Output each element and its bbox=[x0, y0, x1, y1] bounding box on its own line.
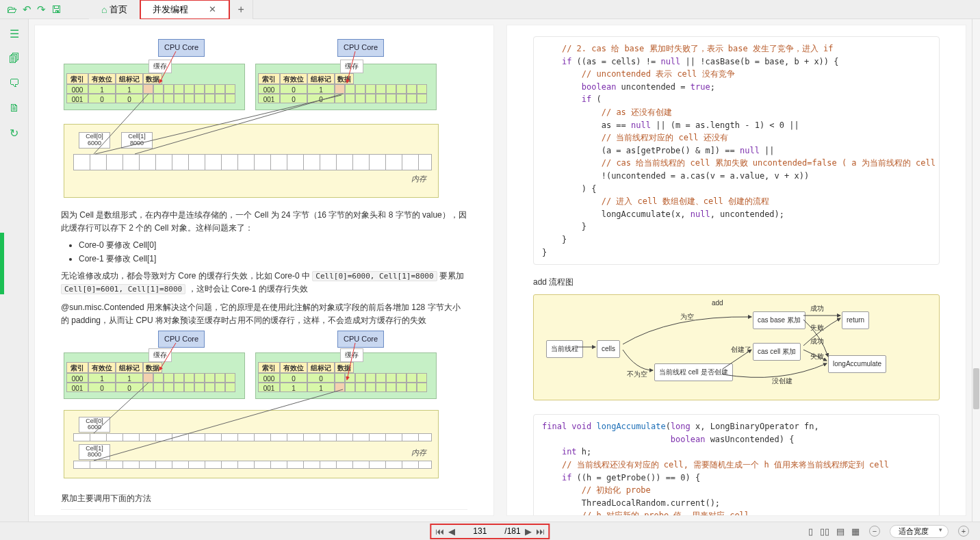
bullet-2: Core-1 要修改 Cell[1] bbox=[79, 253, 467, 266]
zoom-out-icon[interactable]: − bbox=[869, 526, 880, 537]
para1: 因为 Cell 是数组形式，在内存中是连续存储的，一个 Cell 为 24 字节… bbox=[61, 209, 467, 235]
bullet-1: Core-0 要修改 Cell[0] bbox=[79, 239, 467, 252]
cpu1-box: CPU Core bbox=[337, 39, 384, 57]
save-icon[interactable]: 🖫 bbox=[51, 3, 62, 16]
redo-icon[interactable]: ↷ bbox=[37, 3, 46, 16]
home-icon: ⌂ bbox=[101, 4, 107, 15]
para2: 无论谁修改成功，都会导致对方 Core 的缓存行失效，比如 Core-0 中 C… bbox=[61, 270, 467, 296]
statusbar: ⏮ ◀ /181 ▶ ⏭ ▯ ▯▯ ▤ ▦ − 适合宽度 + bbox=[0, 522, 980, 540]
cache0-label: 缓存 bbox=[149, 60, 172, 73]
cache-diagram-1: CPU Core 缓存 索引 有效位 组标记 数据 000 1 1 001 bbox=[61, 36, 467, 201]
zoom-in-icon[interactable]: + bbox=[958, 526, 969, 537]
flowtitle: add 流程图 bbox=[533, 276, 940, 289]
flow-diagram: add 当前线程 cells cas base 累加 return cas ce… bbox=[533, 294, 940, 400]
view-cont-icon[interactable]: ▤ bbox=[836, 526, 844, 537]
toc-icon[interactable]: ☰ bbox=[10, 27, 19, 40]
open-icon[interactable]: 🗁 bbox=[7, 3, 17, 16]
toolbar-quick-icons: 🗁 ↶ ↷ 🖫 bbox=[0, 3, 89, 16]
bullet-list: Core-0 要修改 Cell[0] Core-1 要修改 Cell[1] bbox=[79, 239, 467, 265]
copy-icon[interactable]: 🗐 bbox=[9, 53, 20, 65]
page-left: CPU Core 缓存 索引 有效位 组标记 数据 000 1 1 001 bbox=[34, 25, 494, 516]
tab-active[interactable]: 并发编程 ✕ bbox=[140, 0, 229, 19]
close-icon[interactable]: ✕ bbox=[209, 4, 216, 14]
view-single-icon[interactable]: ▯ bbox=[808, 526, 813, 537]
view-facing-icon[interactable]: ▯▯ bbox=[820, 526, 829, 537]
next-page-icon[interactable]: ▶ bbox=[525, 526, 532, 537]
tab-active-label: 并发编程 bbox=[153, 3, 188, 16]
para4: 累加主要调用下面的方法 bbox=[61, 492, 467, 505]
pager: ⏮ ◀ /181 ▶ ⏭ bbox=[431, 525, 548, 538]
code-block-1: // 2. cas 给 base 累加时失败了，表示 base 发生了竞争，进入… bbox=[533, 36, 940, 265]
tab-home-label: 首页 bbox=[109, 3, 127, 16]
prev-page-icon[interactable]: ◀ bbox=[448, 526, 455, 537]
page-total: /181 bbox=[504, 526, 520, 536]
page-right: // 2. cas 给 base 累加时失败了，表示 base 发生了竞争，进入… bbox=[506, 25, 966, 516]
scrollbar-vertical[interactable] bbox=[972, 19, 980, 522]
sidebar-active-marker bbox=[0, 233, 4, 294]
tab-add[interactable]: + bbox=[229, 0, 253, 19]
tab-home[interactable]: ⌂ 首页 bbox=[89, 0, 140, 19]
cpu0-box: CPU Core bbox=[158, 39, 205, 57]
view-mode-icons: ▯ ▯▯ ▤ ▦ bbox=[808, 526, 860, 537]
undo-icon[interactable]: ↶ bbox=[23, 3, 31, 16]
first-page-icon[interactable]: ⏮ bbox=[435, 526, 444, 537]
para3: @sun.misc.Contended 用来解决这个问题，它的原理是在使用此注解… bbox=[61, 301, 467, 327]
refresh-icon[interactable]: ↻ bbox=[10, 127, 18, 140]
content-area: CPU Core 缓存 索引 有效位 组标记 数据 000 1 1 001 bbox=[29, 19, 972, 522]
export-icon[interactable]: 🗎 bbox=[9, 102, 20, 114]
zoom-select[interactable]: 适合宽度 bbox=[890, 525, 949, 538]
page-input[interactable] bbox=[459, 526, 500, 536]
code-block-2: final void longAccumulate(long x, LongBi… bbox=[533, 414, 940, 516]
cache-diagram-2: CPU Core 缓存 索引有效位组标记数据 00011 00100 CPU C… bbox=[61, 331, 467, 484]
toolbar: 🗁 ↶ ↷ 🖫 ⌂ 首页 并发编程 ✕ + bbox=[0, 0, 980, 19]
annotate-icon[interactable]: 🗨 bbox=[9, 77, 20, 90]
view-cont2-icon[interactable]: ▦ bbox=[851, 526, 860, 537]
sidebar: ☰ 🗐 🗨 🗎 ↻ bbox=[0, 19, 29, 522]
last-page-icon[interactable]: ⏭ bbox=[536, 526, 545, 537]
